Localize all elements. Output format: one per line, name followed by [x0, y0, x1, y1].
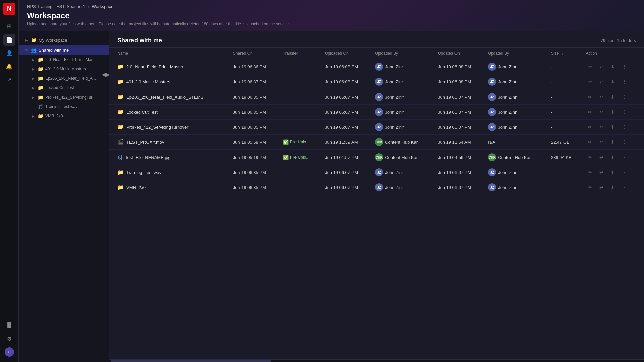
download-button[interactable]: ⬇ [608, 123, 617, 131]
edit-button[interactable]: ✏ [586, 62, 594, 71]
page-title: Workspace [27, 11, 636, 20]
file-name-cell[interactable]: 📁 401 2.0 Music Masters [117, 79, 225, 85]
folder-icon: 📁 [38, 85, 43, 90]
transfer-cell: ✅ File Uplo... [279, 135, 321, 150]
folder-icon: 📁 [38, 57, 43, 62]
sidebar-item-vmr2x0[interactable]: ▶ 📁 VMR_2x0 [19, 111, 109, 121]
share-button[interactable]: ↩ [597, 77, 606, 86]
sidebar-item-shared-with-me[interactable]: ▼ 👥 Shared with me [19, 45, 109, 55]
avatar: JZ [375, 93, 383, 101]
download-button[interactable]: ⬇ [608, 168, 617, 177]
share-button[interactable]: ↩ [597, 93, 606, 101]
more-button[interactable]: ⋮ [620, 123, 629, 131]
edit-button[interactable]: ✏ [586, 138, 594, 146]
updated-by-cell: JZJohn Zinni [484, 59, 547, 74]
more-button[interactable]: ⋮ [620, 93, 629, 101]
edit-button[interactable]: ✏ [586, 153, 594, 162]
uploader-name: Content Hub Karl [385, 140, 419, 145]
share-button[interactable]: ↩ [597, 62, 606, 71]
uploaded-on-cell: Jun 19 06:07 PM [321, 105, 371, 120]
file-name-cell[interactable]: 📁 2.0_Near_Field_Print_Master [117, 64, 225, 70]
transfer-cell: ✅ File Uplo... [279, 150, 321, 165]
more-button[interactable]: ⋮ [620, 168, 629, 177]
updated-on-cell: Jun 19 04:56 PM [434, 150, 484, 165]
sidebar-collapse-btn[interactable]: ◀▶ [102, 70, 109, 78]
nav-share-icon[interactable]: ↗ [3, 74, 15, 86]
more-button[interactable]: ⋮ [620, 108, 629, 116]
share-button[interactable]: ↩ [597, 183, 606, 192]
download-button[interactable]: ⬇ [608, 153, 617, 162]
uploaded-on-cell: Jun 19 06:07 PM [321, 165, 371, 180]
download-button[interactable]: ⬇ [608, 108, 617, 116]
transfer-badge: ✅ File Uplo... [283, 139, 309, 145]
nav-panel-icon[interactable]: ▐▌ [3, 319, 15, 331]
nav-user-icon[interactable]: 👤 [3, 47, 15, 59]
sidebar-item-music-masters[interactable]: ▶ 📁 401 2.0 Music Masters [19, 64, 109, 74]
file-name-cell[interactable]: 🎬 TEST_PROXY.mov [117, 139, 225, 145]
sort-name[interactable]: Name ↕↑ [117, 51, 133, 56]
nav-settings-icon[interactable]: ⚙ [3, 333, 15, 345]
download-button[interactable]: ⬇ [608, 138, 617, 146]
col-updated-on: Updated On [434, 48, 484, 59]
updater-name: John Zinni [498, 110, 518, 115]
folder-icon: 📁 [38, 66, 43, 72]
breadcrumb-parent[interactable]: NPS Training TEST: Season 1 [27, 4, 85, 9]
updated-by-cell: JZJohn Zinni [484, 165, 547, 180]
action-cell: ✏ ↩ ⬇ ⋮ [582, 59, 644, 74]
download-button[interactable]: ⬇ [608, 93, 617, 101]
edit-button[interactable]: ✏ [586, 168, 594, 177]
transfer-badge: ✅ File Uplo... [283, 155, 309, 160]
share-button[interactable]: ↩ [597, 108, 606, 116]
edit-button[interactable]: ✏ [586, 77, 594, 86]
action-buttons: ✏ ↩ ⬇ ⋮ [586, 62, 640, 71]
more-button[interactable]: ⋮ [620, 77, 629, 86]
file-name-cell[interactable]: 📁 Locked Cut Test [117, 109, 225, 115]
uploaded-by-cell: CHK Content Hub Karl [371, 135, 434, 150]
share-button[interactable]: ↩ [597, 123, 606, 131]
updated-by-avatar-cell: CHKContent Hub Karl [488, 153, 543, 161]
download-button[interactable]: ⬇ [608, 62, 617, 71]
more-button[interactable]: ⋮ [620, 62, 629, 71]
uploaded-on-cell: Jun 19 06:08 PM [321, 59, 371, 74]
nav-files-icon[interactable]: 📄 [3, 34, 15, 46]
more-button[interactable]: ⋮ [620, 183, 629, 192]
edit-button[interactable]: ✏ [586, 108, 594, 116]
file-name-cell[interactable]: 🖼 Test_File_RENAME.jpg [117, 155, 225, 160]
share-button[interactable]: ↩ [597, 168, 606, 177]
sidebar-item-near-field[interactable]: ▶ 📁 2.0_Near_Field_Print_Mas... [19, 55, 109, 64]
expand-icon: ▶ [31, 114, 36, 118]
file-name-cell[interactable]: 📁 Training_Test.wav [117, 169, 225, 175]
edit-button[interactable]: ✏ [586, 183, 594, 192]
sidebar-item-training-wav[interactable]: ▶ 🎵 Training_Test.wav [19, 102, 109, 111]
more-button[interactable]: ⋮ [620, 153, 629, 162]
file-name-cell[interactable]: 📁 ProRes_422_ServicingTurnover [117, 124, 225, 130]
table-row: 📁 Locked Cut Test Jun 19 06:35 PM Jun 19… [109, 105, 644, 120]
sort-size[interactable]: Size ↕↓ [551, 51, 564, 56]
updater-name: N/A [488, 140, 495, 145]
download-button[interactable]: ⬇ [608, 183, 617, 192]
sidebar-item-ep205[interactable]: ▶ 📁 Ep205_2x0_Near_Field_A... [19, 74, 109, 83]
share-button[interactable]: ↩ [597, 153, 606, 162]
sidebar-item-my-workspace[interactable]: ▶ 📁 My Workspace [19, 35, 109, 45]
sidebar-item-locked-cut[interactable]: ▶ 📁 Locked Cut Test [19, 83, 109, 93]
more-button[interactable]: ⋮ [620, 138, 629, 146]
uploaded-by-avatar-cell: JZ John Zinni [375, 123, 430, 131]
download-button[interactable]: ⬇ [608, 77, 617, 86]
share-button[interactable]: ↩ [597, 138, 606, 146]
edit-button[interactable]: ✏ [586, 93, 594, 101]
file-name-cell[interactable]: 📁 VMR_2x0 [117, 184, 225, 190]
updated-by-cell: JZJohn Zinni [484, 120, 547, 135]
action-buttons: ✏ ↩ ⬇ ⋮ [586, 77, 640, 86]
nav-grid-icon[interactable]: ⊞ [3, 20, 15, 32]
sidebar-item-prores[interactable]: ▶ 📁 ProRes_422_ServicingTur... [19, 93, 109, 102]
sidebar-label: VMR_2x0 [45, 114, 105, 118]
updated-on-cell: Jun 19 06:07 PM [434, 165, 484, 180]
nav-avatar[interactable]: U [5, 347, 14, 357]
col-action: Action [582, 48, 644, 59]
avatar: JZ [488, 183, 496, 191]
nav-bell-icon[interactable]: 🔔 [3, 60, 15, 72]
edit-button[interactable]: ✏ [586, 123, 594, 131]
size-cell: - [547, 59, 582, 74]
file-name-cell[interactable]: 📁 Ep205_2x0_Near_Field_Audio_STEMS [117, 94, 225, 100]
bottom-scrollbar[interactable] [109, 359, 644, 362]
